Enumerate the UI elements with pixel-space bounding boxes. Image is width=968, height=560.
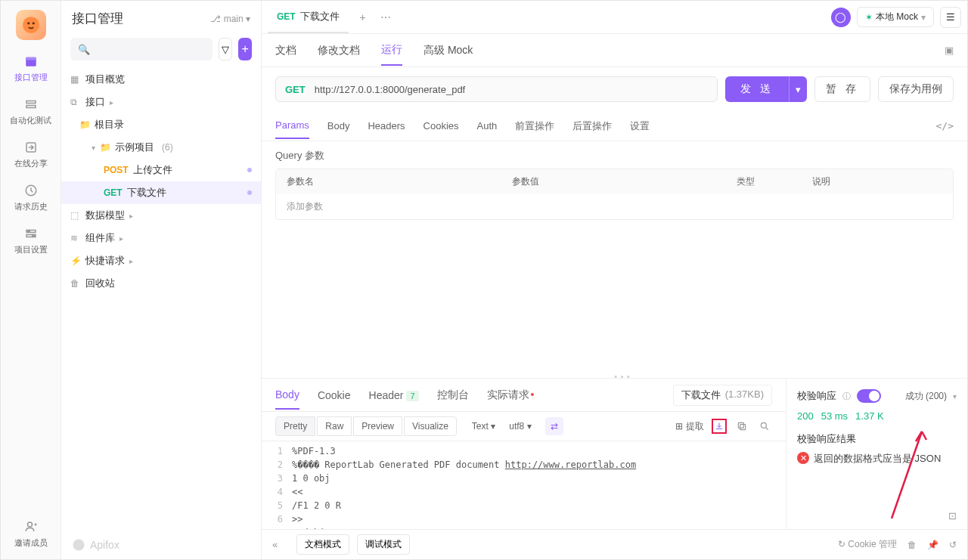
send-dropdown[interactable]: ▾ (789, 76, 807, 102)
rail-automation[interactable]: 自动化测试 (10, 97, 51, 126)
rail-share[interactable]: 在线分享 (14, 140, 48, 169)
drag-handle-icon[interactable]: • • • (615, 373, 631, 381)
history-icon[interactable]: ↺ (949, 540, 957, 550)
save-case-button[interactable]: 保存为用例 (878, 76, 954, 102)
chevron-down-icon[interactable]: ▾ (953, 392, 957, 401)
reqtab-settings[interactable]: 设置 (630, 113, 650, 140)
reqtab-post[interactable]: 后置操作 (572, 113, 612, 140)
extract-button[interactable]: ⊞提取 (675, 420, 704, 433)
reqtab-body[interactable]: Body (327, 113, 350, 138)
tree-overview[interactable]: ▦项目概览 (61, 68, 261, 91)
tree-trash[interactable]: 🗑回收站 (61, 272, 261, 295)
resptab-cookie[interactable]: Cookie (318, 382, 351, 409)
tree-api-upload[interactable]: POST上传文件 (61, 159, 261, 181)
tree-components[interactable]: ≋组件库 ▸ (61, 227, 261, 249)
settings-icon (23, 226, 39, 241)
download-icon[interactable] (712, 419, 727, 434)
folder-icon: 📁 (100, 142, 110, 153)
mode-debug-button[interactable]: 调试模式 (357, 534, 410, 555)
svg-rect-15 (740, 425, 746, 430)
view-pretty[interactable]: Pretty (275, 416, 315, 436)
trash-icon[interactable]: 🗑 (908, 540, 917, 550)
add-button[interactable]: + (238, 38, 252, 60)
copy-icon[interactable] (734, 419, 749, 434)
tree-api-download[interactable]: GET下载文件 (61, 181, 261, 204)
subtab-doc[interactable]: 文档 (275, 36, 296, 65)
panel-layout-icon[interactable]: ▣ (945, 45, 954, 56)
mode-doc-button[interactable]: 文档模式 (296, 534, 349, 555)
sidebar-brand: Apifox (61, 531, 261, 559)
stage-button[interactable]: 暂 存 (814, 76, 870, 102)
reqtab-params[interactable]: Params (275, 113, 309, 139)
layout-menu-icon[interactable]: ☰ (940, 7, 961, 28)
url-text: http://127.0.0.1:8000/generate_pdf (315, 84, 717, 95)
rail-settings[interactable]: 项目设置 (14, 226, 48, 255)
svg-point-13 (27, 522, 32, 527)
pin-icon[interactable]: 📌 (927, 540, 939, 550)
branch-selector[interactable]: ⎇ main ▾ (210, 14, 250, 24)
expand-icon[interactable]: ⊡ (948, 510, 957, 521)
view-raw[interactable]: Raw (317, 416, 352, 436)
tab-api[interactable]: GET 下载文件 (268, 1, 349, 33)
quick-run-button[interactable]: ◯ (831, 8, 851, 27)
subtab-run[interactable]: 运行 (381, 36, 402, 66)
cookie-mgmt-link[interactable]: ↻ Cookie 管理 (838, 538, 897, 551)
rail-label: 邀请成员 (14, 537, 48, 549)
history-icon (23, 183, 39, 198)
subtab-edit[interactable]: 修改文档 (318, 36, 360, 65)
reqtab-auth[interactable]: Auth (477, 113, 498, 138)
rail-history[interactable]: 请求历史 (14, 183, 48, 212)
reqtab-cookies[interactable]: Cookies (424, 113, 459, 138)
encoding-selector[interactable]: utf8 ▾ (503, 417, 537, 435)
add-param-row[interactable]: 添加参数 (276, 194, 953, 219)
wrap-icon[interactable]: ⇄ (545, 417, 563, 435)
rail-api-mgmt[interactable]: 接口管理 (14, 54, 48, 83)
reqtab-headers[interactable]: Headers (368, 113, 405, 138)
subtab-mock[interactable]: 高级 Mock (424, 36, 473, 65)
svg-rect-6 (26, 106, 36, 108)
tab-more-icon[interactable]: ⋯ (377, 9, 394, 26)
col-type: 类型 (726, 169, 802, 194)
filter-button[interactable]: ▽ (219, 38, 232, 60)
response-area: • • • Body Cookie Header7 控制台 实际请求• 下载文件… (262, 378, 967, 529)
env-selector[interactable]: ✶本地 Mock ▾ (857, 7, 934, 27)
app-logo (16, 10, 46, 40)
rail-label: 在线分享 (14, 158, 48, 169)
code-icon[interactable]: </> (936, 120, 954, 131)
resptab-body[interactable]: Body (275, 381, 299, 410)
rail-invite[interactable]: 邀请成员 (14, 519, 48, 549)
resptab-actual[interactable]: 实际请求• (487, 381, 535, 410)
tree-interface[interactable]: ⧉接口 ▸ (61, 91, 261, 113)
col-value: 参数值 (501, 169, 727, 194)
search-icon[interactable] (757, 419, 772, 434)
send-button[interactable]: 发 送 (725, 76, 789, 102)
tab-add-icon[interactable]: + (355, 9, 371, 26)
view-preview[interactable]: Preview (353, 416, 402, 436)
tree-sample[interactable]: ▾📁示例项目(6) (61, 136, 261, 159)
format-selector[interactable]: Text ▾ (466, 417, 501, 435)
resptab-header[interactable]: Header7 (369, 382, 419, 409)
resptab-console[interactable]: 控制台 (437, 381, 469, 410)
url-input[interactable]: GET http://127.0.0.1:8000/generate_pdf (275, 76, 718, 102)
svg-rect-5 (26, 101, 36, 104)
status-code: 200 (797, 410, 814, 422)
view-visualize[interactable]: Visualize (404, 416, 457, 436)
params-title: Query 参数 (275, 149, 954, 162)
tree-quickreq[interactable]: ⚡快捷请求 ▸ (61, 249, 261, 272)
info-icon[interactable]: ⓘ (842, 391, 851, 402)
tree-datamodel[interactable]: ⬚数据模型 ▸ (61, 204, 261, 227)
response-body[interactable]: 1%PDF-1.32%���� ReportLab Generated PDF … (262, 441, 786, 529)
tree-root[interactable]: 📁根目录 (61, 113, 261, 136)
verify-toggle[interactable] (857, 389, 881, 403)
api-tree: ▦项目概览 ⧉接口 ▸ 📁根目录 ▾📁示例项目(6) POST上传文件 GET下… (61, 68, 261, 531)
collapse-icon[interactable]: « (272, 539, 289, 550)
verify-error: ✕ 返回的数据格式应当是 JSON (797, 452, 957, 466)
svg-point-12 (32, 235, 34, 237)
search-input[interactable] (70, 38, 213, 60)
tab-label: 下载文件 (300, 10, 340, 23)
download-file-button[interactable]: 下载文件(1.37KB) (673, 385, 772, 406)
user-plus-icon (23, 519, 39, 534)
tab-bar: GET 下载文件 + ⋯ ◯ ✶本地 Mock ▾ ☰ (262, 1, 967, 34)
error-text: 返回的数据格式应当是 JSON (814, 452, 941, 466)
reqtab-pre[interactable]: 前置操作 (515, 113, 554, 140)
